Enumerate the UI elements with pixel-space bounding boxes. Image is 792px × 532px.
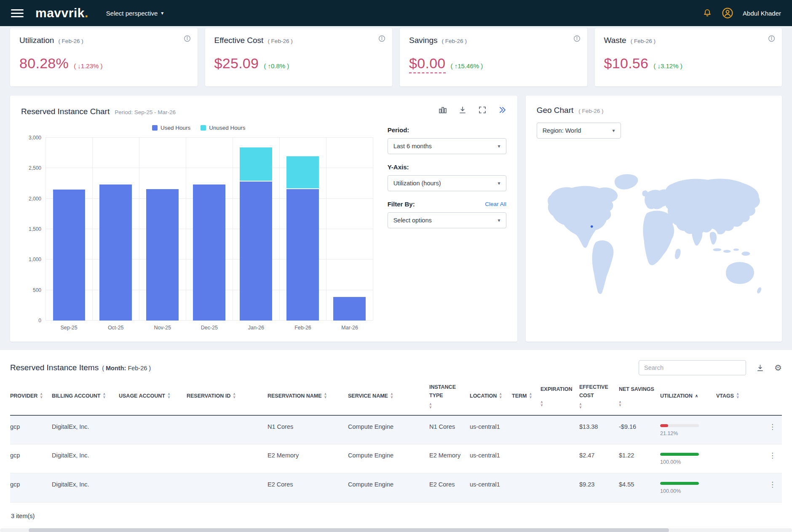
cell-effective-cost: $13.38 xyxy=(579,422,614,432)
column-header-label: USAGE ACCOUNT xyxy=(119,392,165,400)
horizontal-scrollbar-track[interactable] xyxy=(0,528,792,532)
row-actions-kebab-icon[interactable]: ⋮ xyxy=(763,480,782,488)
chart-panel-title: Reserved Instance Chart xyxy=(21,107,110,116)
kpi-delta: ( ↓1.23% ) xyxy=(74,62,102,70)
y-axis-tick-label: 3,000 xyxy=(29,135,41,141)
cell-provider: gcp xyxy=(10,422,47,432)
kpi-title: Effective Cost xyxy=(214,36,264,45)
collapse-panel-icon[interactable] xyxy=(498,106,506,114)
column-header-label: RESERVATION ID xyxy=(187,392,230,400)
column-header-provider[interactable]: PROVIDER∧∨ xyxy=(10,383,47,409)
cell-location: us-central1 xyxy=(470,480,507,489)
column-header-billing-account[interactable]: BILLING ACCOUNT∧∨ xyxy=(52,383,114,409)
info-icon[interactable] xyxy=(184,35,191,42)
notifications-bell-icon[interactable] xyxy=(702,8,712,18)
x-axis-tick-label: Jan-26 xyxy=(233,325,279,331)
table-settings-gear-icon[interactable]: ⚙ xyxy=(774,364,782,372)
clear-all-link[interactable]: Clear All xyxy=(485,201,506,207)
period-select[interactable]: Last 6 months ▾ xyxy=(388,138,506,154)
kpi-delta: ( ↑15.46% ) xyxy=(451,62,483,70)
bar-stack xyxy=(99,138,132,321)
period-label: Period: xyxy=(388,126,506,134)
bar-stack xyxy=(286,138,319,321)
geo-period-subtitle: ( Feb-26 ) xyxy=(578,108,603,114)
bar-segment-used xyxy=(240,182,272,321)
sort-icon: ∧∨ xyxy=(40,393,43,399)
chevron-down-icon: ▾ xyxy=(498,143,500,149)
bar-column-Sep-25 xyxy=(45,138,93,321)
kpi-period: ( Feb-26 ) xyxy=(268,38,292,44)
bar-stack xyxy=(240,138,272,321)
x-axis-tick-label: Feb-26 xyxy=(279,325,326,331)
kpi-value-row: $0.00( ↑15.46% ) xyxy=(409,55,578,73)
sort-icon: ∧∨ xyxy=(233,393,235,399)
x-axis-tick-label: Dec-25 xyxy=(186,325,233,331)
cell-provider: gcp xyxy=(10,480,47,489)
filter-options-select[interactable]: Select options ▾ xyxy=(388,212,506,228)
hamburger-menu-icon[interactable] xyxy=(11,9,24,17)
cell-location: us-central1 xyxy=(470,422,507,432)
chart-controls: Period: Last 6 months ▾ Y-Axis: Utilizat… xyxy=(388,125,506,331)
column-header-utilization[interactable]: UTILIZATION∧ xyxy=(660,383,711,409)
chart-type-icon[interactable] xyxy=(439,106,447,114)
column-header-net-savings[interactable]: NET SAVINGS∧∨ xyxy=(619,383,655,409)
column-header-usage-account[interactable]: USAGE ACCOUNT∧∨ xyxy=(119,383,182,409)
download-table-icon[interactable] xyxy=(756,364,764,372)
column-header-vtags[interactable]: VTAGS∧∨ xyxy=(716,383,758,409)
column-header-expiration[interactable]: EXPIRATION∧∨ xyxy=(540,383,574,409)
select-perspective-dropdown[interactable]: Select perspective ▾ xyxy=(106,10,164,17)
column-header-reservation-id[interactable]: RESERVATION ID∧∨ xyxy=(187,383,262,409)
region-select[interactable]: Region: World ▾ xyxy=(537,123,621,139)
column-header-service-name[interactable]: SERVICE NAME∧∨ xyxy=(348,383,424,409)
info-icon[interactable] xyxy=(378,35,385,42)
user-avatar-icon[interactable] xyxy=(722,7,733,19)
kpi-value: $0.00 xyxy=(409,55,446,73)
sort-icon: ∧∨ xyxy=(103,393,106,399)
column-header-location[interactable]: LOCATION∧∨ xyxy=(470,383,507,409)
utilization-bar-fill xyxy=(660,482,699,485)
cell-billing-account: DigitalEx, Inc. xyxy=(52,480,114,489)
legend-swatch xyxy=(152,125,158,131)
horizontal-scrollbar-thumb[interactable] xyxy=(29,528,669,532)
column-header-actions xyxy=(763,383,782,409)
user-name[interactable]: Abdul Khader xyxy=(743,10,781,17)
sort-icon: ∧∨ xyxy=(168,393,170,399)
world-map xyxy=(537,143,771,331)
column-header-label: LOCATION xyxy=(470,392,497,400)
sort-icon: ∧∨ xyxy=(324,393,327,399)
bar-column-Oct-25 xyxy=(93,138,139,321)
search-input[interactable] xyxy=(639,360,746,375)
reserved-instance-items-section: Reserved Instance Items ( Month: Feb-26 … xyxy=(0,350,792,532)
filter-by-label: Filter By: xyxy=(388,201,415,208)
yaxis-select[interactable]: Utilization (hours) ▾ xyxy=(388,175,506,191)
brand-logo: mavvrik. xyxy=(35,6,88,20)
column-header-effective-cost[interactable]: EFFECTIVE COST∧∨ xyxy=(579,383,614,409)
column-header-label: NET SAVINGS xyxy=(619,385,654,393)
sort-icon: ∧∨ xyxy=(391,393,393,399)
table-row: gcpDigitalEx, Inc.E2 CoresCompute Engine… xyxy=(10,473,782,503)
kpi-title-row: Waste( Feb-26 ) xyxy=(604,36,773,45)
fullscreen-icon[interactable] xyxy=(478,106,487,114)
legend-item-used-hours[interactable]: Used Hours xyxy=(152,125,190,131)
bar-stack xyxy=(146,138,179,321)
column-header-term[interactable]: TERM∧∨ xyxy=(512,383,535,409)
download-chart-icon[interactable] xyxy=(458,106,467,114)
column-header-label: TERM xyxy=(512,392,527,400)
column-header-instance-type[interactable]: INSTANCE TYPE∧∨ xyxy=(429,383,465,409)
world-map-svg xyxy=(537,171,771,303)
sort-icon: ∧∨ xyxy=(429,403,432,409)
bar-segment-used xyxy=(146,189,179,321)
column-header-reservation-name[interactable]: RESERVATION NAME∧∨ xyxy=(268,383,343,409)
info-icon[interactable] xyxy=(573,35,581,42)
y-axis-tick-label: 2,000 xyxy=(29,196,41,202)
reserved-instance-chart-panel: Reserved Instance Chart Period: Sep-25 -… xyxy=(10,96,517,342)
row-actions-kebab-icon[interactable]: ⋮ xyxy=(763,422,782,430)
row-actions-kebab-icon[interactable]: ⋮ xyxy=(763,451,782,459)
kpi-value-row: $10.56( ↓3.12% ) xyxy=(604,55,773,72)
sort-icon: ∧∨ xyxy=(540,401,543,407)
legend-item-unused-hours[interactable]: Unused Hours xyxy=(201,125,245,131)
kpi-card-row: Utilization( Feb-26 )80.28%( ↓1.23% )Eff… xyxy=(10,28,782,86)
sort-icon: ∧∨ xyxy=(736,393,739,399)
info-icon[interactable] xyxy=(768,35,775,42)
bar-segment-used xyxy=(193,184,225,321)
